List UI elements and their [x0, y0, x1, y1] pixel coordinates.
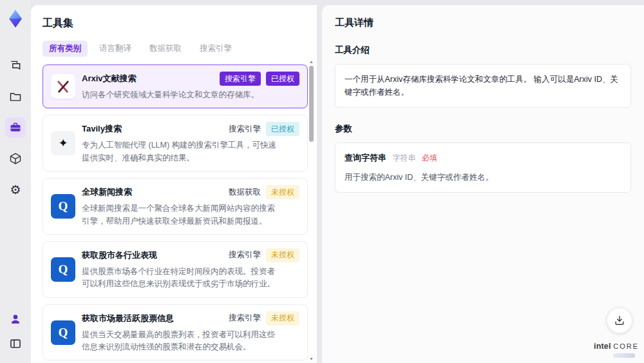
tool-category-label: 搜索引擎 [229, 124, 261, 135]
tool-title: 全球新闻搜索 [82, 186, 132, 198]
panel-toggle-icon[interactable] [5, 333, 26, 354]
param-name: 查询字符串 [345, 153, 386, 162]
detail-title: 工具详情 [335, 17, 631, 29]
intro-text: 一个用于从Arxiv存储库搜索科学论文和文章的工具。 输入可以是Arxiv ID… [345, 75, 618, 97]
intel-core-logo: intel core [594, 340, 635, 358]
tool-auth-badge: 已授权 [266, 122, 299, 136]
tool-icon: ✦ [51, 131, 75, 155]
brand-intel-text: intel [594, 342, 611, 351]
tool-category-label: 搜索引擎 [220, 72, 261, 86]
param-description: 用于搜索的Arxiv ID、关键字或作者姓名。 [345, 171, 621, 184]
tool-detail-panel: 工具详情 工具介绍 一个用于从Arxiv存储库搜索科学论文和文章的工具。 输入可… [322, 5, 644, 363]
tool-title: 获取市场最活跃股票信息 [82, 313, 174, 324]
tool-icon: Q [51, 320, 75, 345]
page-title: 工具集 [43, 17, 317, 30]
category-tab[interactable]: 所有类别 [43, 41, 88, 57]
brand-core-text: core [613, 342, 639, 350]
param-required-badge: 必填 [422, 153, 437, 162]
tool-icon: Q [51, 194, 75, 219]
param-type: 字符串 [392, 153, 415, 162]
tool-category-label: 搜索引擎 [229, 313, 261, 324]
tool-auth-badge: 未授权 [266, 185, 299, 199]
category-tab[interactable]: 搜索引擎 [193, 41, 238, 57]
tool-icon [51, 74, 75, 99]
params-heading: 参数 [335, 123, 631, 135]
category-tab[interactable]: 语言翻译 [93, 41, 138, 57]
chat-icon[interactable] [5, 55, 26, 76]
brand-gradient-bar [613, 353, 635, 358]
user-icon[interactable] [5, 309, 26, 329]
scroll-up-arrow[interactable]: ▲ [309, 59, 314, 64]
scrollbar: ▲ ▼ [308, 59, 315, 361]
tool-title: Arxiv文献搜索 [82, 73, 137, 84]
tool-list-item[interactable]: Arxiv文献搜索 搜索引擎 已授权 访问各个研究领域大量科学论文和文章的存储库… [43, 64, 308, 108]
app-logo[interactable] [5, 8, 26, 30]
tool-list-item[interactable]: ✦ Tavily搜索 搜索引擎 已授权 专为人工智能代理 (LLM) 构建的搜索… [43, 115, 308, 172]
tool-description: 访问各个研究领域大量科学论文和文章的存储库。 [82, 89, 283, 101]
tool-list-item[interactable]: Q 全球新闻搜索 数据获取 未授权 全球新闻搜索是一个聚合全球各大新闻网站内容的… [43, 178, 308, 235]
gear-icon[interactable]: ⚙ [5, 179, 26, 200]
intro-box: 一个用于从Arxiv存储库搜索科学论文和文章的工具。 输入可以是Arxiv ID… [335, 64, 631, 108]
tool-list-item[interactable]: Q 获取市场最活跃股票信息 搜索引擎 未授权 提供当天交易量最高的股票列表，投资… [43, 304, 308, 361]
param-box: 查询字符串 字符串 必填 用于搜索的Arxiv ID、关键字或作者姓名。 [335, 142, 631, 193]
tool-list-item[interactable]: Q 获取股市各行业表现 搜索引擎 未授权 提供股票市场各个行业在特定时间段内的表… [43, 241, 308, 298]
cube-icon[interactable] [5, 148, 26, 169]
download-button[interactable] [607, 308, 632, 333]
folder-icon[interactable] [5, 86, 26, 107]
toolbox-icon[interactable] [5, 117, 26, 138]
scroll-down-arrow[interactable]: ▼ [309, 357, 314, 361]
tool-description: 专为人工智能代理 (LLM) 构建的搜索引擎工具，可快速提供实时、准确和真实的结… [82, 139, 283, 164]
tool-description: 全球新闻搜索是一个聚合全球各大新闻网站内容的搜索引擎，帮助用户快速获取全球最新资… [82, 202, 283, 228]
scrollbar-thumb[interactable] [309, 66, 314, 142]
category-tab[interactable]: 数据获取 [143, 41, 188, 57]
tool-title: 获取股市各行业表现 [82, 250, 157, 261]
intro-heading: 工具介绍 [335, 44, 631, 56]
tool-auth-badge: 未授权 [266, 311, 299, 326]
app-sidebar: ⚙ [0, 0, 31, 363]
tool-list: Arxiv文献搜索 搜索引擎 已授权 访问各个研究领域大量科学论文和文章的存储库… [43, 64, 308, 362]
tool-auth-badge: 已授权 [266, 72, 299, 86]
category-tabs: 所有类别语言翻译数据获取搜索引擎 [43, 41, 317, 57]
tool-description: 提供股票市场各个行业在特定时间段内的表现。投资者可以利用这些信息来识别表现优于或… [82, 266, 283, 291]
tool-category-label: 搜索引擎 [229, 250, 261, 260]
tool-title: Tavily搜索 [82, 123, 122, 135]
tool-icon: Q [51, 257, 75, 282]
tool-auth-badge: 未授权 [266, 248, 299, 262]
tool-category-label: 数据获取 [229, 187, 261, 198]
tool-list-panel: 工具集 所有类别语言翻译数据获取搜索引擎 Arxiv文献搜索 搜索引擎 已授权 … [31, 5, 317, 363]
tool-description: 提供当天交易量最高的股票列表，投资者可以利用这些信息来识别流动性强的股票和潜在的… [82, 329, 283, 354]
